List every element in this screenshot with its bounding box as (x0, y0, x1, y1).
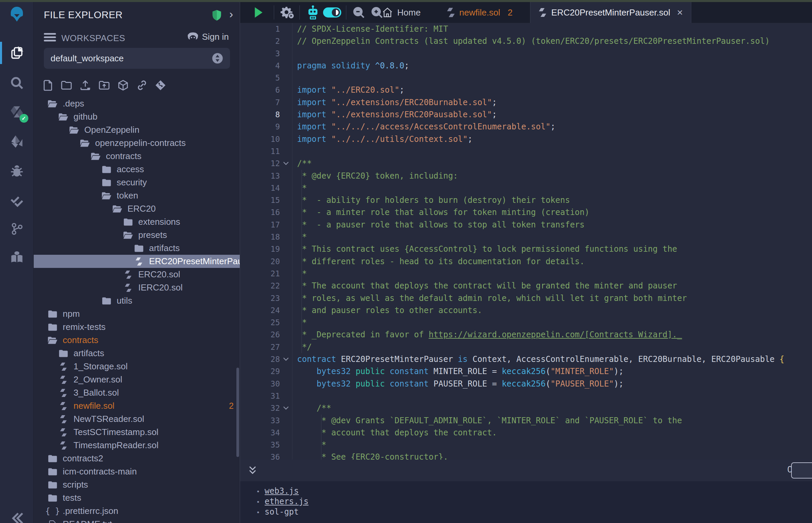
close-tab-icon[interactable]: × (677, 7, 683, 18)
terminal-output[interactable]: •web3.js•ethers.js•sol-gpt Type the libr… (240, 481, 812, 523)
terminal-expand-icon[interactable] (248, 465, 258, 476)
code-line-6[interactable]: 6import "../ERC20.sol"; (240, 84, 812, 96)
tree-item-newtsreader-sol[interactable]: NewTSReader.sol (34, 413, 240, 426)
tree-item-security[interactable]: security (34, 176, 240, 189)
code-line-28[interactable]: 28contract ERC20PresetMinterPauser is Co… (240, 353, 812, 365)
tree-item-remix-tests[interactable]: remix-tests (34, 321, 240, 333)
tree-item-readme-txt[interactable]: README.txt (34, 518, 240, 523)
code-line-11[interactable]: 11 (240, 145, 812, 157)
code-line-36[interactable]: 36 * See {ERC20-constructor}. (240, 451, 812, 459)
code-line-25[interactable]: 25 * (240, 317, 812, 328)
solidity-compiler-icon[interactable]: ✓ (8, 103, 25, 121)
fold-chevron-icon[interactable] (280, 402, 292, 414)
learneth-icon[interactable] (8, 249, 25, 266)
code-line-10[interactable]: 10import "../../../utils/Context.sol"; (240, 133, 812, 145)
code-line-24[interactable]: 24 * and pauser roles to other accounts. (240, 304, 812, 317)
workspaces-menu-icon[interactable] (44, 32, 56, 42)
tree-item-erc20-sol[interactable]: ERC20.sol (34, 268, 240, 281)
new-folder-icon[interactable] (61, 80, 72, 90)
tree-item-timestampreader-sol[interactable]: TimestampReader.sol (34, 439, 240, 452)
sign-in-button[interactable]: Sign in (187, 32, 229, 42)
code-line-26[interactable]: 26 * _Deprecated in favor of https://wiz… (240, 328, 812, 341)
panel-collapse-chevron-icon[interactable]: › (229, 7, 233, 21)
search-icon[interactable] (8, 74, 25, 92)
code-line-17[interactable]: 17 * - a pauser role that allows to stop… (240, 219, 812, 231)
tree-item--prettierrc-json[interactable]: { }.prettierrc.json (34, 504, 240, 518)
tree-item-extensions[interactable]: extensions (34, 215, 240, 229)
run-config-button[interactable] (280, 2, 295, 23)
code-line-12[interactable]: 12/** (240, 157, 812, 169)
code-line-29[interactable]: 29 bytes32 public constant MINTER_ROLE =… (240, 365, 812, 377)
code-line-5[interactable]: 5 (240, 72, 812, 84)
collapse-rail-icon[interactable] (8, 509, 25, 523)
code-line-13[interactable]: 13 * @dev {ERC20} token, including: (240, 170, 812, 182)
run-script-button[interactable] (253, 2, 264, 23)
fold-chevron-icon[interactable] (280, 157, 292, 169)
tree-item-2-owner-sol[interactable]: 2_Owner.sol (34, 373, 240, 386)
code-line-23[interactable]: 23 * roles, as well as the default admin… (240, 292, 812, 304)
code-line-30[interactable]: 30 bytes32 public constant PAUSER_ROLE =… (240, 378, 812, 390)
workspace-select[interactable]: default_workspace (44, 48, 230, 69)
tree-item-openzeppelin-contracts[interactable]: openzeppelin-contracts (34, 137, 240, 150)
code-line-7[interactable]: 7import "../extensions/ERC20Burnable.sol… (240, 96, 812, 109)
code-line-14[interactable]: 14 * (240, 182, 812, 194)
tree-item-artifacts[interactable]: artifacts (34, 241, 240, 255)
zoom-out-icon[interactable] (352, 2, 366, 23)
fold-chevron-icon[interactable] (280, 353, 292, 365)
code-line-2[interactable]: 2// OpenZeppelin Contracts (last updated… (240, 35, 812, 47)
tree-item-contracts[interactable]: contracts (34, 333, 240, 347)
code-line-3[interactable]: 3 (240, 48, 812, 60)
upload-file-icon[interactable] (80, 79, 91, 91)
terminal-header[interactable]: 0 (240, 459, 812, 481)
tree-item-contracts2[interactable]: contracts2 (34, 452, 240, 465)
tab-erc20presetminterpauser[interactable]: ERC20PresetMinterPauser.sol × (530, 2, 691, 23)
code-line-34[interactable]: 34 * account that deploys the contract. (240, 427, 812, 439)
code-editor[interactable]: 1// SPDX-License-Identifier: MIT2// Open… (240, 23, 812, 459)
code-line-21[interactable]: 21 * (240, 268, 812, 280)
tree-item-icm-contracts-main[interactable]: icm-contracts-main (34, 465, 240, 478)
tree-item-presets[interactable]: presets (34, 229, 240, 241)
terminal-link-ethers-js[interactable]: ethers.js (265, 497, 308, 506)
tree-item-utils[interactable]: utils (34, 294, 240, 307)
tree-item-erc20presetminterpauser-[interactable]: ERC20PresetMinterPauser... (34, 255, 240, 268)
tree-item-scripts[interactable]: scripts (34, 478, 240, 491)
tree-item-ierc20-sol[interactable]: IERC20.sol (34, 281, 240, 294)
tree-item-token[interactable]: token (34, 189, 240, 202)
code-line-15[interactable]: 15 * - ability for holders to burn (dest… (240, 194, 812, 206)
tree-item-openzeppelin[interactable]: OpenZeppelin (34, 123, 240, 137)
tree-item-newfile-sol[interactable]: newfile.sol2 (34, 399, 240, 413)
tree-item-access[interactable]: access (34, 163, 240, 176)
tree-item-3-ballot-sol[interactable]: 3_Ballot.sol (34, 386, 240, 399)
deploy-run-icon[interactable] (8, 133, 25, 150)
shield-icon[interactable] (212, 10, 222, 22)
terminal-link-web3-js[interactable]: web3.js (265, 486, 299, 496)
ai-copilot-toggle[interactable] (322, 2, 342, 23)
tree-item-artifacts[interactable]: artifacts (34, 347, 240, 360)
tree-item-github[interactable]: github (34, 110, 240, 123)
cube-icon[interactable] (117, 79, 129, 91)
code-line-19[interactable]: 19 * This contract uses {AccessControl} … (240, 243, 812, 255)
tree-item-contracts[interactable]: contracts (34, 150, 240, 163)
tree-item-1-storage-sol[interactable]: 1_Storage.sol (34, 360, 240, 373)
git-icon[interactable] (8, 220, 25, 238)
tree-item-testsctimestamp-sol[interactable]: TestSCTimestamp.sol (34, 426, 240, 439)
tree-item-erc20[interactable]: ERC20 (34, 202, 240, 215)
code-line-18[interactable]: 18 * (240, 231, 812, 243)
remix-logo-icon[interactable] (8, 6, 25, 23)
code-line-9[interactable]: 9import "../../../access/AccessControlEn… (240, 121, 812, 133)
tree-item-tests[interactable]: tests (34, 491, 240, 504)
code-line-33[interactable]: 33 * @dev Grants `DEFAULT_ADMIN_ROLE`, `… (240, 414, 812, 427)
code-line-27[interactable]: 27 */ (240, 341, 812, 353)
git-diamond-icon[interactable] (155, 80, 166, 91)
code-line-4[interactable]: 4pragma solidity ^0.8.0; (240, 60, 812, 72)
link-icon[interactable] (136, 79, 148, 91)
code-line-35[interactable]: 35 * (240, 439, 812, 451)
tree-item--deps[interactable]: .deps (34, 97, 240, 110)
terminal-search-box[interactable] (791, 462, 812, 479)
upload-folder-icon[interactable] (99, 80, 110, 90)
code-line-1[interactable]: 1// SPDX-License-Identifier: MIT (240, 23, 812, 35)
debugger-icon[interactable] (8, 162, 25, 180)
code-line-22[interactable]: 22 * The account that deploys the contra… (240, 280, 812, 292)
code-line-20[interactable]: 20 * different roles - head to its docum… (240, 255, 812, 268)
file-panel-scrollbar[interactable] (236, 368, 239, 457)
